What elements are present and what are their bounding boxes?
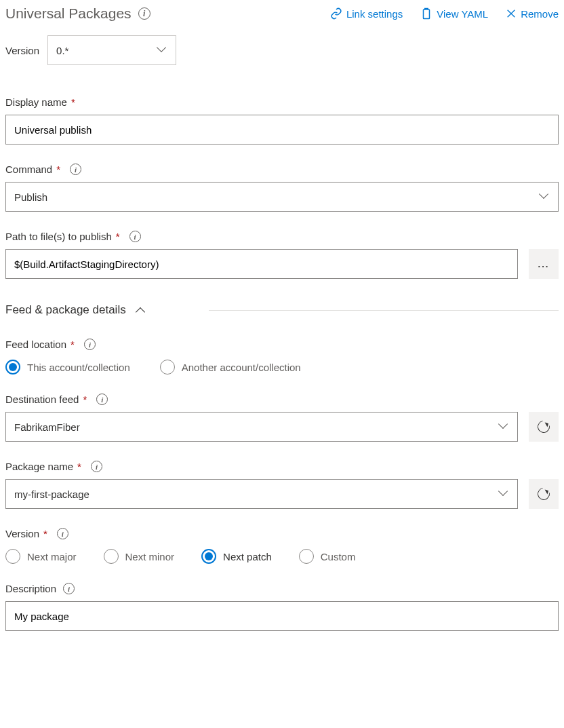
info-icon[interactable]: i [63, 583, 75, 594]
ellipsis-icon: ... [538, 259, 549, 269]
path-browse-button[interactable]: ... [529, 249, 559, 279]
destination-feed-select[interactable]: FabrikamFiber [5, 412, 518, 442]
display-name-input[interactable] [5, 115, 559, 145]
required-marker: * [71, 96, 75, 108]
version-custom-radio[interactable]: Custom [299, 549, 356, 564]
refresh-icon [535, 418, 552, 435]
path-input[interactable] [5, 249, 518, 279]
description-input[interactable] [5, 601, 559, 631]
radio-label: Another account/collection [182, 362, 301, 373]
remove-label: Remove [521, 8, 559, 20]
info-icon[interactable]: i [138, 7, 150, 20]
package-name-label: Package name [5, 461, 73, 472]
radio-icon [160, 360, 175, 375]
radio-icon [299, 549, 314, 564]
description-field: Description i [5, 583, 559, 631]
task-header: Universal Packages i Link settings View … [5, 5, 559, 22]
radio-label: Next patch [223, 551, 272, 562]
info-icon[interactable]: i [91, 461, 102, 472]
version-field: Version * i Next major Next minor Next p… [5, 528, 559, 564]
destination-feed-field: Destination feed * i FabrikamFiber [5, 394, 559, 442]
section-divider [209, 310, 559, 311]
version-patch-radio[interactable]: Next patch [201, 549, 272, 564]
clipboard-icon [420, 7, 432, 20]
chevron-down-icon [500, 489, 509, 499]
display-name-label: Display name [5, 96, 67, 108]
refresh-icon [535, 485, 552, 502]
version-top-row: Version 0.* [5, 35, 559, 65]
feed-location-field: Feed location * i This account/collectio… [5, 339, 559, 375]
package-name-value: my-first-package [14, 488, 89, 500]
feed-location-label: Feed location [5, 339, 66, 350]
info-icon[interactable]: i [70, 164, 81, 175]
version-top-select[interactable]: 0.* [47, 35, 176, 65]
required-marker: * [116, 231, 120, 242]
radio-icon [201, 549, 216, 564]
radio-icon [5, 549, 20, 564]
chevron-down-icon [500, 422, 509, 432]
section-title: Feed & package details [5, 303, 126, 317]
path-field: Path to file(s) to publish * i ... [5, 231, 559, 279]
description-label: Description [5, 583, 56, 594]
feed-location-another-radio[interactable]: Another account/collection [160, 360, 301, 375]
svg-rect-0 [424, 9, 430, 19]
info-icon[interactable]: i [57, 528, 68, 539]
display-name-field: Display name * [5, 96, 559, 145]
page-title: Universal Packages [5, 5, 132, 22]
version-major-radio[interactable]: Next major [5, 549, 77, 564]
required-marker: * [70, 339, 75, 350]
view-yaml-button[interactable]: View YAML [420, 7, 488, 20]
required-marker: * [43, 528, 47, 539]
package-name-select[interactable]: my-first-package [5, 479, 518, 509]
radio-icon [5, 360, 20, 375]
info-icon[interactable]: i [84, 339, 96, 350]
link-settings-button[interactable]: Link settings [330, 7, 403, 20]
command-value: Publish [14, 191, 47, 203]
view-yaml-label: View YAML [437, 8, 488, 20]
feed-section-header[interactable]: Feed & package details [5, 303, 559, 317]
required-marker: * [56, 164, 60, 175]
version-label: Version [5, 528, 39, 539]
version-top-label: Version [5, 45, 39, 56]
remove-button[interactable]: Remove [506, 8, 559, 20]
radio-label: This account/collection [27, 362, 130, 373]
radio-label: Next minor [125, 551, 175, 562]
command-label: Command [5, 164, 52, 175]
info-icon[interactable]: i [96, 394, 108, 405]
path-label: Path to file(s) to publish [5, 231, 112, 242]
version-top-value: 0.* [56, 45, 68, 56]
chevron-up-icon [133, 305, 144, 315]
destination-feed-label: Destination feed [5, 394, 79, 405]
command-select[interactable]: Publish [5, 182, 559, 212]
header-left: Universal Packages i [5, 5, 150, 22]
package-name-field: Package name * i my-first-package [5, 461, 559, 509]
radio-label: Custom [321, 551, 356, 562]
chevron-down-icon [158, 45, 167, 55]
close-icon [506, 8, 517, 19]
destination-feed-refresh-button[interactable] [529, 412, 559, 442]
header-actions: Link settings View YAML Remove [330, 7, 559, 20]
command-field: Command * i Publish [5, 164, 559, 212]
package-name-refresh-button[interactable] [529, 479, 559, 509]
radio-label: Next major [27, 551, 77, 562]
info-icon[interactable]: i [129, 231, 141, 242]
chevron-down-icon [540, 192, 550, 202]
destination-feed-value: FabrikamFiber [14, 421, 80, 433]
feed-location-this-radio[interactable]: This account/collection [5, 360, 130, 375]
link-settings-label: Link settings [346, 8, 403, 20]
version-minor-radio[interactable]: Next minor [104, 549, 175, 564]
required-marker: * [77, 461, 81, 472]
link-icon [330, 7, 342, 20]
required-marker: * [83, 394, 87, 405]
radio-icon [104, 549, 119, 564]
